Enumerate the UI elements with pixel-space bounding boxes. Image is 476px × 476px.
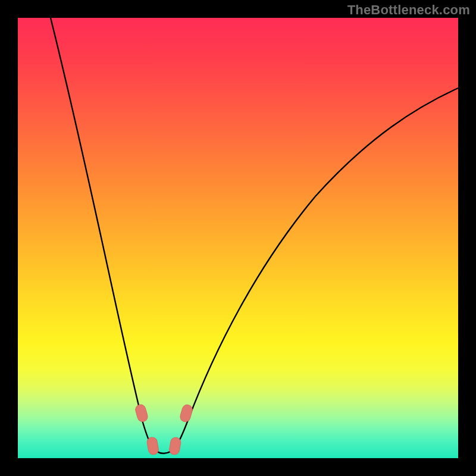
marker-left-upper — [134, 403, 149, 423]
curve-path — [51, 18, 458, 453]
marker-right-upper — [179, 403, 193, 423]
plot-area — [18, 18, 458, 458]
marker-left-lower — [146, 437, 159, 456]
watermark-text: TheBottleneck.com — [347, 2, 470, 18]
bottleneck-curve — [18, 18, 458, 458]
marker-right-lower — [168, 437, 181, 456]
chart-frame: TheBottleneck.com — [0, 0, 476, 476]
